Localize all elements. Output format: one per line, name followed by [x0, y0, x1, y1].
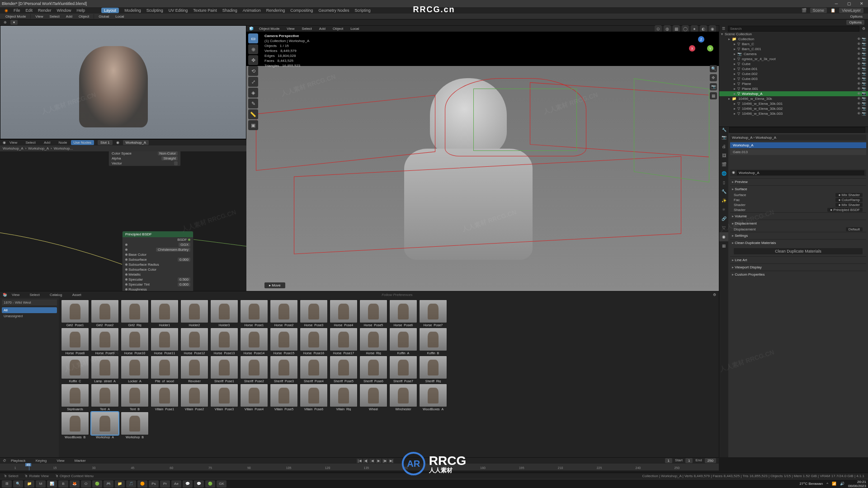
asset-item[interactable]: Villain_Pose4	[240, 384, 269, 411]
asset-library-selector[interactable]: 1870 - Wild West	[2, 300, 57, 305]
jump-end-button[interactable]: ▶|	[388, 459, 394, 463]
workspace-tab-uv-editing[interactable]: UV Editing	[169, 8, 188, 13]
shader-link[interactable]: ● ColorRamp	[835, 198, 863, 202]
asset-item[interactable]: Sheriff_Pose7	[389, 356, 418, 383]
cursor-icon[interactable]: ⊕	[4, 20, 7, 24]
operator-panel[interactable]: ▸ Move	[264, 282, 285, 288]
menu-select[interactable]: Select	[25, 141, 35, 145]
props-search[interactable]	[729, 127, 865, 133]
taskbar-app[interactable]: 📁	[24, 480, 34, 488]
pivot-dropdown[interactable]: Local	[113, 14, 126, 19]
asset-item[interactable]: Horse_Pose6	[389, 300, 418, 327]
outliner-item[interactable]: ▸📁10496_w_Elena_30k👁📷	[719, 96, 868, 101]
tab-viewlayer[interactable]: 🖼	[719, 151, 728, 160]
rotate-tool[interactable]: ⟲	[248, 66, 258, 76]
tab-particles[interactable]: ✨	[719, 196, 728, 205]
menu-playback[interactable]: Playback	[11, 459, 25, 463]
asset-grid[interactable]: Girl2_Pose1Girl2_Pose2Girl2_RigHolder1Ho…	[61, 300, 717, 439]
asset-item[interactable]: Sheriff_Pose6	[359, 356, 388, 383]
taskbar-app[interactable]: 🎵	[126, 480, 136, 488]
prev-key-button[interactable]: ◀|	[363, 459, 368, 463]
render-icon[interactable]: 📷	[862, 57, 866, 61]
add-cube-tool[interactable]: ▣	[248, 120, 258, 130]
outliner-search[interactable]	[728, 26, 859, 32]
scene-selector[interactable]: Scene	[810, 8, 827, 13]
taskbar-app[interactable]: 🔍	[13, 480, 23, 488]
axis-x[interactable]: X	[689, 45, 695, 52]
menu-select[interactable]: Select	[29, 293, 39, 297]
outliner-item[interactable]: ▸▽cgrass_sr_4_3k_root👁📷	[719, 56, 868, 61]
playhead[interactable]	[29, 464, 29, 470]
node-editor[interactable]: Color SpaceNon-ColorAlphaStraightVector …	[0, 151, 246, 291]
bc-item[interactable]: Workshop_A	[3, 146, 24, 150]
taskbar-app[interactable]: 🟢	[92, 480, 102, 488]
play-rev-button[interactable]: ◀	[369, 459, 375, 463]
outliner-item[interactable]: ▸▽Plane.001👁📷	[719, 86, 868, 91]
jump-start-button[interactable]: |◀	[357, 459, 362, 463]
menu-render[interactable]: Render	[38, 8, 52, 13]
outliner-item[interactable]: ▸▽10496_w_Elena_30k.002👁📷	[719, 106, 868, 111]
outliner-item[interactable]: ▸▽Cube👁📷	[719, 61, 868, 66]
taskbar-app[interactable]: 📁	[115, 480, 125, 488]
eye-icon[interactable]: 👁	[857, 52, 861, 56]
workspace-tab-layout[interactable]: Layout	[101, 8, 119, 13]
axis-z[interactable]: Z	[698, 36, 704, 42]
render-icon[interactable]: 📷	[862, 102, 866, 106]
slot-selector[interactable]: Slot 1	[98, 140, 112, 145]
asset-item[interactable]: Villain_Pose6	[299, 384, 328, 411]
asset-item[interactable]: Tent_A	[90, 384, 119, 411]
asset-item[interactable]: Lamp_street_A	[90, 356, 119, 383]
clock-time[interactable]: 20:21	[848, 480, 866, 484]
asset-item[interactable]: Sheriff_Pose1	[210, 356, 239, 383]
outliner-item[interactable]: ▸▽Cube.003👁📷	[719, 76, 868, 81]
eye-icon[interactable]: 👁	[857, 62, 861, 66]
asset-item[interactable]: Girl2_Pose1	[61, 300, 90, 327]
pan-icon[interactable]: ✥	[710, 74, 717, 81]
menu-catalog[interactable]: Catalog	[50, 293, 62, 297]
asset-item[interactable]: Tent_B	[120, 384, 149, 411]
tray-network-icon[interactable]: 📶	[832, 482, 836, 486]
asset-filter-mode[interactable]: Follow Preferences	[86, 293, 708, 297]
tab-modifiers[interactable]: 🔧	[719, 187, 728, 196]
asset-item[interactable]: Signboards	[61, 384, 90, 411]
render-icon[interactable]: 📷	[862, 37, 866, 41]
catalog-unassigned[interactable]: Unassigned	[2, 313, 57, 319]
asset-item[interactable]: Girl2_Pose2	[90, 300, 119, 327]
drag-action[interactable]: ▾	[10, 20, 18, 25]
asset-item[interactable]: Horse_Pose16	[299, 328, 328, 355]
asset-item[interactable]: Holder3	[210, 300, 239, 327]
taskbar-app[interactable]: ⊞	[2, 480, 12, 488]
asset-item[interactable]: Horse_Pose2	[269, 300, 298, 327]
panel-volume[interactable]: Volume	[730, 212, 866, 220]
asset-item[interactable]: Horse_Pose7	[419, 300, 448, 327]
tab-scene[interactable]: 🎬	[719, 160, 728, 169]
editor-type-icon[interactable]: 🧊	[249, 27, 254, 31]
editor-type-icon[interactable]: ⏱	[3, 459, 6, 463]
eye-icon[interactable]: 👁	[857, 37, 861, 41]
workspace-tab-sculpting[interactable]: Sculpting	[146, 8, 163, 13]
workspace-tab-animation[interactable]: Animation	[243, 8, 261, 13]
tab-render[interactable]: 📷	[719, 133, 728, 142]
menu-select[interactable]: Select	[48, 14, 61, 19]
panel-custom-properties[interactable]: Custom Properties	[730, 271, 866, 278]
camera-icon[interactable]: 📷	[710, 83, 717, 90]
asset-item[interactable]: Horse_Pose12	[180, 328, 209, 355]
menu-view[interactable]: View	[33, 14, 45, 19]
menu-asset[interactable]: Asset	[72, 293, 81, 297]
menu-window[interactable]: Window	[57, 8, 71, 13]
outliner-item[interactable]: ▸▽Cube.002👁📷	[719, 71, 868, 76]
asset-item[interactable]: Horse_Pose17	[329, 328, 358, 355]
asset-item[interactable]: Horse_Pose5	[359, 300, 388, 327]
asset-item[interactable]: Revolver	[180, 356, 209, 383]
asset-item[interactable]: Horse_Pose9	[90, 328, 119, 355]
asset-item[interactable]: WoodBoxes_B	[61, 412, 90, 439]
taskbar-app[interactable]: 💬	[194, 480, 204, 488]
editor-type-icon[interactable]: 📚	[3, 293, 7, 297]
asset-item[interactable]: Koffin_B	[419, 328, 448, 355]
asset-item[interactable]: Horse_Pose13	[210, 328, 239, 355]
taskbar-app[interactable]: Ae	[171, 480, 181, 488]
tab-material[interactable]: ◉	[719, 232, 728, 241]
minimize-button[interactable]: ─	[832, 1, 841, 6]
menu-object[interactable]: Object	[77, 14, 91, 19]
scale-tool[interactable]: ⤢	[248, 77, 258, 87]
